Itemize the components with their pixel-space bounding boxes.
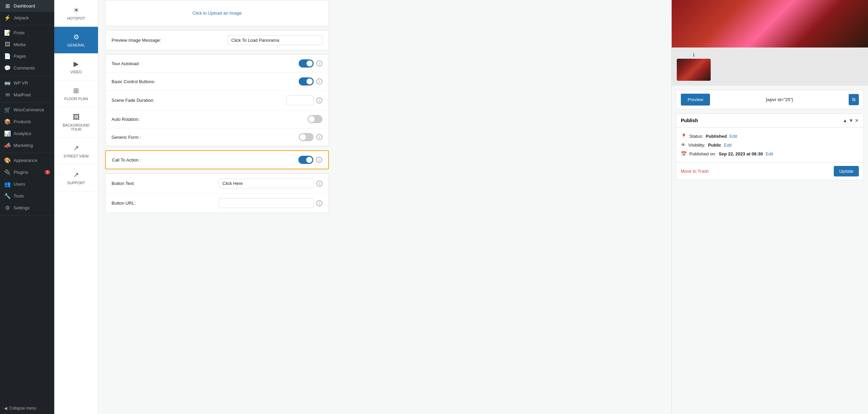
tour-autoload-info[interactable]: i — [316, 60, 322, 67]
sub-item-support[interactable]: ↗ SUPPORT — [54, 165, 98, 191]
sidebar-item-mailpoet[interactable]: ✉ MailPoet — [0, 89, 54, 101]
generic-form-control: i — [299, 133, 322, 141]
sidebar-item-plugins[interactable]: 🔌 Plugins 5 — [0, 166, 54, 178]
button-text-control: i — [219, 178, 322, 188]
tour-autoload-toggle[interactable] — [299, 59, 314, 68]
sub-item-street-view[interactable]: ↗ STREET VIEW — [54, 138, 98, 165]
sidebar-item-dashboard[interactable]: ⊞ Dashboard — [0, 0, 54, 12]
publish-header: Publish ▲ ▼ ✕ — [676, 114, 864, 128]
tools-icon: 🔧 — [4, 193, 11, 199]
generic-form-toggle[interactable] — [299, 133, 314, 141]
status-edit-link[interactable]: Edit — [730, 134, 737, 139]
auto-rotation-row: Auto Rotation: — [105, 110, 329, 128]
call-to-action-label: Call To Action : — [112, 157, 141, 163]
publish-section: Publish ▲ ▼ ✕ 📍 Status: Published Edit 👁… — [676, 113, 864, 180]
sidebar-item-label: WP VR — [14, 80, 28, 86]
scene-fade-duration-row: Scene Fade Duration: i — [105, 91, 329, 110]
publish-title: Publish — [681, 118, 698, 123]
woocommerce-icon: 🛒 — [4, 107, 11, 113]
scene-fade-duration-label: Scene Fade Duration: — [112, 98, 154, 103]
sidebar-item-posts[interactable]: 📝 Posts — [0, 27, 54, 39]
hotspot-icon: ☀ — [73, 6, 79, 14]
published-edit-link[interactable]: Edit — [766, 151, 773, 156]
jetpack-icon: ⚡ — [4, 15, 11, 21]
sub-item-label: VIDEO — [70, 70, 82, 74]
visibility-edit-link[interactable]: Edit — [724, 143, 731, 148]
publish-expand-btn[interactable]: ▼ — [849, 118, 853, 123]
scene-number: 1 — [677, 53, 711, 57]
sidebar-item-tools[interactable]: 🔧 Tools — [0, 190, 54, 202]
publish-close-btn[interactable]: ✕ — [855, 118, 859, 123]
call-to-action-row: Call To Action : i — [106, 151, 328, 169]
sidebar-item-label: Analytics — [14, 131, 31, 136]
button-url-label: Button URL: — [112, 201, 136, 206]
background-tour-icon: 🖼 — [73, 113, 80, 121]
button-url-info[interactable]: i — [316, 200, 322, 206]
scene-fade-duration-input[interactable] — [287, 95, 314, 105]
scene-thumbnail[interactable] — [677, 59, 711, 81]
sidebar-item-jetpack[interactable]: ⚡ Jetpack — [0, 12, 54, 24]
generic-form-info[interactable]: i — [316, 134, 322, 140]
call-to-action-info[interactable]: i — [316, 157, 322, 163]
sub-item-floor-plan[interactable]: ⊞ FLOOR PLAN — [54, 80, 98, 107]
update-button[interactable]: Update — [834, 166, 859, 176]
wp-vr-icon: 🥽 — [4, 80, 11, 86]
preview-image-message-section: Preview Image Message: — [105, 30, 329, 50]
right-panel: 1 Preview [wpvr id="25"] ⧉ Publish ▲ ▼ ✕ — [671, 0, 868, 414]
sidebar-item-label: Comments — [14, 65, 35, 71]
sidebar-item-analytics[interactable]: 📊 Analytics — [0, 128, 54, 139]
publish-date-row: 📅 Published on: Sep 22, 2023 at 06:30 Ed… — [681, 149, 859, 158]
sub-sidebar: ☀ HOTSPOT ⚙ GENERAL ▶ VIDEO ⊞ FLOOR PLAN… — [54, 0, 98, 414]
sidebar-item-wp-vr[interactable]: 🥽 WP VR — [0, 77, 54, 89]
sub-item-background-tour[interactable]: 🖼 BACKGROUND TOUR — [54, 107, 98, 138]
sidebar: ⊞ Dashboard ⚡ Jetpack 📝 Posts 🖼 Media 📄 … — [0, 0, 54, 414]
visibility-icon: 👁 — [681, 142, 686, 148]
sidebar-item-products[interactable]: 📦 Products — [0, 116, 54, 128]
button-url-row: Button URL: i — [105, 193, 329, 213]
sidebar-item-label: Appearance — [14, 158, 37, 163]
sidebar-item-label: Tools — [14, 193, 24, 199]
publish-collapse-btn[interactable]: ▲ — [843, 118, 847, 123]
basic-control-buttons-info[interactable]: i — [316, 78, 322, 84]
status-label: Status: — [689, 134, 703, 139]
street-view-icon: ↗ — [73, 144, 79, 152]
sub-item-hotspot[interactable]: ☀ HOTSPOT — [54, 0, 98, 27]
call-to-action-toggle[interactable] — [298, 156, 313, 164]
sidebar-item-users[interactable]: 👥 Users — [0, 178, 54, 190]
sub-item-video[interactable]: ▶ VIDEO — [54, 54, 98, 80]
sidebar-item-comments[interactable]: 💬 Comments — [0, 62, 54, 74]
status-value: Published — [706, 134, 727, 139]
sidebar-item-settings[interactable]: ⚙ Settings — [0, 202, 54, 214]
sidebar-item-media[interactable]: 🖼 Media — [0, 39, 54, 50]
sidebar-item-appearance[interactable]: 🎨 Appearance — [0, 154, 54, 166]
preview-image-area — [672, 0, 868, 48]
button-text-info[interactable]: i — [316, 181, 322, 187]
preview-button[interactable]: Preview — [681, 94, 710, 106]
auto-rotation-toggle[interactable] — [308, 115, 322, 123]
scene-fade-duration-info[interactable]: i — [316, 97, 322, 104]
sidebar-item-marketing[interactable]: 📣 Marketing — [0, 139, 54, 151]
move-to-trash-link[interactable]: Move to Trash — [681, 169, 709, 174]
visibility-label: Visibility: — [688, 143, 705, 148]
sub-item-general[interactable]: ⚙ GENERAL — [54, 27, 98, 54]
sidebar-item-label: WooCommerce — [14, 107, 44, 112]
collapse-label: Collapse menu — [9, 406, 36, 411]
thumbnail-section: 1 — [672, 48, 868, 86]
tour-autoload-slider — [299, 59, 314, 68]
button-url-input[interactable] — [219, 198, 314, 208]
copy-shortcode-button[interactable]: ⧉ — [849, 94, 859, 105]
sidebar-item-pages[interactable]: 📄 Pages — [0, 50, 54, 62]
sidebar-divider-2 — [0, 75, 54, 76]
auto-rotation-label: Auto Rotation: — [112, 117, 139, 122]
products-icon: 📦 — [4, 118, 11, 125]
upload-area[interactable]: Click to Upload an Image — [105, 0, 329, 26]
sidebar-item-label: Media — [14, 42, 25, 47]
button-text-row: Button Text: i — [105, 174, 329, 193]
button-text-input[interactable] — [219, 178, 314, 188]
collapse-menu-button[interactable]: ◀ Collapse menu — [0, 402, 54, 414]
sidebar-item-label: Posts — [14, 30, 25, 35]
sidebar-item-label: Users — [14, 182, 25, 187]
sidebar-item-woocommerce[interactable]: 🛒 WooCommerce — [0, 104, 54, 116]
preview-image-message-input[interactable] — [228, 35, 322, 45]
basic-control-buttons-toggle[interactable] — [299, 77, 314, 86]
